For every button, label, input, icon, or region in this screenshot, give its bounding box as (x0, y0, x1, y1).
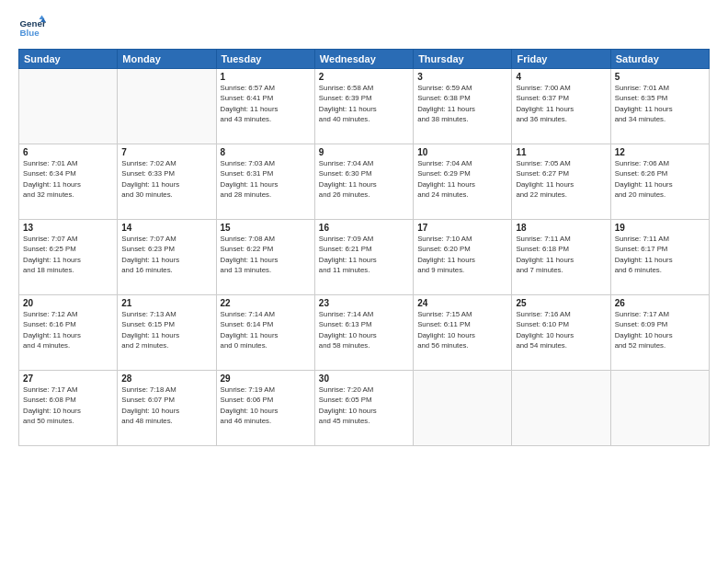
day-info: Sunrise: 7:00 AM Sunset: 6:37 PM Dayligh… (516, 83, 606, 124)
day-info: Sunrise: 7:01 AM Sunset: 6:35 PM Dayligh… (615, 83, 705, 124)
calendar-cell: 18Sunrise: 7:11 AM Sunset: 6:18 PM Dayli… (512, 220, 610, 295)
weekday-header-friday: Friday (512, 50, 610, 69)
day-info: Sunrise: 6:57 AM Sunset: 6:41 PM Dayligh… (221, 83, 311, 124)
day-info: Sunrise: 7:17 AM Sunset: 6:08 PM Dayligh… (23, 385, 113, 426)
day-number: 9 (319, 147, 409, 157)
week-row-3: 13Sunrise: 7:07 AM Sunset: 6:25 PM Dayli… (19, 220, 710, 295)
calendar-cell: 5Sunrise: 7:01 AM Sunset: 6:35 PM Daylig… (610, 69, 709, 144)
day-info: Sunrise: 7:14 AM Sunset: 6:14 PM Dayligh… (221, 309, 311, 350)
calendar-page: General Blue SundayMondayTuesdayWednesda… (0, 0, 728, 563)
day-number: 4 (516, 72, 606, 82)
calendar-cell (19, 69, 118, 144)
day-number: 12 (615, 147, 705, 157)
day-info: Sunrise: 7:01 AM Sunset: 6:34 PM Dayligh… (23, 158, 113, 200)
calendar-cell: 12Sunrise: 7:06 AM Sunset: 6:26 PM Dayli… (610, 144, 709, 220)
day-info: Sunrise: 7:18 AM Sunset: 6:07 PM Dayligh… (121, 385, 211, 426)
day-number: 8 (221, 147, 311, 157)
weekday-header-sunday: Sunday (19, 50, 118, 69)
day-info: Sunrise: 7:04 AM Sunset: 6:30 PM Dayligh… (319, 158, 409, 200)
day-info: Sunrise: 7:04 AM Sunset: 6:29 PM Dayligh… (417, 158, 507, 200)
day-info: Sunrise: 7:17 AM Sunset: 6:09 PM Dayligh… (615, 309, 705, 350)
calendar-cell: 22Sunrise: 7:14 AM Sunset: 6:14 PM Dayli… (216, 295, 314, 371)
day-number: 23 (319, 298, 409, 308)
day-number: 2 (319, 72, 409, 82)
header: General Blue (18, 14, 710, 41)
week-row-1: 1Sunrise: 6:57 AM Sunset: 6:41 PM Daylig… (19, 69, 710, 144)
calendar-cell: 14Sunrise: 7:07 AM Sunset: 6:23 PM Dayli… (118, 220, 216, 295)
day-number: 18 (516, 223, 606, 233)
day-info: Sunrise: 7:15 AM Sunset: 6:11 PM Dayligh… (417, 309, 507, 350)
calendar-cell: 19Sunrise: 7:11 AM Sunset: 6:17 PM Dayli… (610, 220, 709, 295)
day-info: Sunrise: 7:10 AM Sunset: 6:20 PM Dayligh… (417, 234, 507, 275)
calendar-cell: 17Sunrise: 7:10 AM Sunset: 6:20 PM Dayli… (414, 220, 512, 295)
svg-text:General: General (20, 18, 47, 29)
calendar-cell: 27Sunrise: 7:17 AM Sunset: 6:08 PM Dayli… (19, 371, 118, 446)
day-info: Sunrise: 6:59 AM Sunset: 6:38 PM Dayligh… (417, 83, 507, 124)
calendar-cell: 28Sunrise: 7:18 AM Sunset: 6:07 PM Dayli… (118, 371, 216, 446)
calendar-cell: 23Sunrise: 7:14 AM Sunset: 6:13 PM Dayli… (314, 295, 413, 371)
logo-icon: General Blue (18, 14, 46, 41)
day-number: 14 (121, 223, 211, 233)
weekday-header-tuesday: Tuesday (216, 50, 314, 69)
day-info: Sunrise: 7:06 AM Sunset: 6:26 PM Dayligh… (615, 158, 705, 200)
weekday-header-thursday: Thursday (414, 50, 512, 69)
calendar-cell: 3Sunrise: 6:59 AM Sunset: 6:38 PM Daylig… (414, 69, 512, 144)
day-number: 5 (615, 72, 705, 82)
day-info: Sunrise: 7:11 AM Sunset: 6:17 PM Dayligh… (615, 234, 705, 275)
calendar-cell: 15Sunrise: 7:08 AM Sunset: 6:22 PM Dayli… (216, 220, 314, 295)
logo: General Blue (18, 14, 50, 41)
day-info: Sunrise: 7:05 AM Sunset: 6:27 PM Dayligh… (516, 158, 606, 200)
day-number: 3 (417, 72, 507, 82)
day-info: Sunrise: 7:16 AM Sunset: 6:10 PM Dayligh… (516, 309, 606, 350)
calendar-table: SundayMondayTuesdayWednesdayThursdayFrid… (18, 49, 710, 446)
calendar-cell: 10Sunrise: 7:04 AM Sunset: 6:29 PM Dayli… (414, 144, 512, 220)
calendar-cell: 26Sunrise: 7:17 AM Sunset: 6:09 PM Dayli… (610, 295, 709, 371)
day-number: 16 (319, 223, 409, 233)
day-number: 30 (319, 373, 409, 384)
day-number: 13 (23, 223, 113, 233)
weekday-header-row: SundayMondayTuesdayWednesdayThursdayFrid… (19, 50, 710, 69)
calendar-cell: 21Sunrise: 7:13 AM Sunset: 6:15 PM Dayli… (118, 295, 216, 371)
day-info: Sunrise: 7:11 AM Sunset: 6:18 PM Dayligh… (516, 234, 606, 275)
day-info: Sunrise: 7:09 AM Sunset: 6:21 PM Dayligh… (319, 234, 409, 275)
day-number: 21 (121, 298, 211, 308)
day-info: Sunrise: 7:19 AM Sunset: 6:06 PM Dayligh… (221, 385, 311, 426)
calendar-cell: 16Sunrise: 7:09 AM Sunset: 6:21 PM Dayli… (314, 220, 413, 295)
calendar-cell (414, 371, 512, 446)
calendar-cell: 29Sunrise: 7:19 AM Sunset: 6:06 PM Dayli… (216, 371, 314, 446)
calendar-cell (610, 371, 709, 446)
day-number: 15 (221, 223, 311, 233)
day-info: Sunrise: 7:07 AM Sunset: 6:23 PM Dayligh… (121, 234, 211, 275)
calendar-cell: 1Sunrise: 6:57 AM Sunset: 6:41 PM Daylig… (216, 69, 314, 144)
calendar-cell: 30Sunrise: 7:20 AM Sunset: 6:05 PM Dayli… (314, 371, 413, 446)
day-number: 19 (615, 223, 705, 233)
day-number: 6 (23, 147, 113, 157)
day-number: 25 (516, 298, 606, 308)
day-number: 11 (516, 147, 606, 157)
weekday-header-monday: Monday (118, 50, 216, 69)
calendar-cell (118, 69, 216, 144)
day-number: 24 (417, 298, 507, 308)
calendar-cell: 11Sunrise: 7:05 AM Sunset: 6:27 PM Dayli… (512, 144, 610, 220)
calendar-cell: 2Sunrise: 6:58 AM Sunset: 6:39 PM Daylig… (314, 69, 413, 144)
day-number: 26 (615, 298, 705, 308)
day-info: Sunrise: 6:58 AM Sunset: 6:39 PM Dayligh… (319, 83, 409, 124)
calendar-cell: 6Sunrise: 7:01 AM Sunset: 6:34 PM Daylig… (19, 144, 118, 220)
week-row-5: 27Sunrise: 7:17 AM Sunset: 6:08 PM Dayli… (19, 371, 710, 446)
day-info: Sunrise: 7:14 AM Sunset: 6:13 PM Dayligh… (319, 309, 409, 350)
day-number: 29 (221, 373, 311, 384)
day-info: Sunrise: 7:13 AM Sunset: 6:15 PM Dayligh… (121, 309, 211, 350)
week-row-2: 6Sunrise: 7:01 AM Sunset: 6:34 PM Daylig… (19, 144, 710, 220)
svg-text:Blue: Blue (20, 28, 40, 38)
day-info: Sunrise: 7:02 AM Sunset: 6:33 PM Dayligh… (121, 158, 211, 200)
calendar-cell: 7Sunrise: 7:02 AM Sunset: 6:33 PM Daylig… (118, 144, 216, 220)
day-number: 7 (121, 147, 211, 157)
calendar-cell (512, 371, 610, 446)
day-number: 28 (121, 373, 211, 384)
day-number: 1 (221, 72, 311, 82)
day-number: 22 (221, 298, 311, 308)
calendar-cell: 13Sunrise: 7:07 AM Sunset: 6:25 PM Dayli… (19, 220, 118, 295)
day-number: 20 (23, 298, 113, 308)
calendar-cell: 9Sunrise: 7:04 AM Sunset: 6:30 PM Daylig… (314, 144, 413, 220)
calendar-cell: 25Sunrise: 7:16 AM Sunset: 6:10 PM Dayli… (512, 295, 610, 371)
